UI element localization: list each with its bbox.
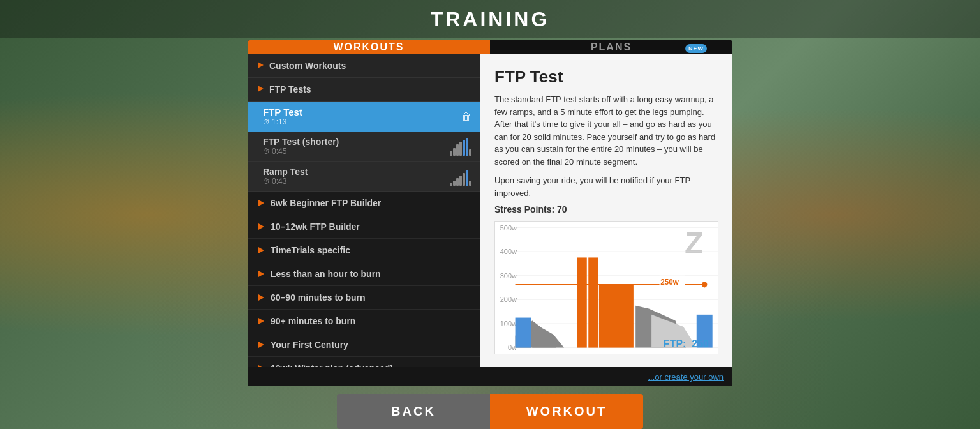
- page-title: TRAINING: [0, 8, 980, 31]
- power-chart: Z 500w 400w 300w 200w 100w 0w: [494, 221, 718, 354]
- back-button[interactable]: BACK: [337, 394, 490, 429]
- svg-rect-20: [516, 318, 531, 348]
- svg-marker-1: [258, 86, 264, 92]
- 90plus-item[interactable]: 90+ minutes to burn: [248, 310, 480, 333]
- svg-rect-23: [588, 257, 598, 347]
- custom-workouts-header[interactable]: Custom Workouts: [248, 54, 480, 78]
- svg-text:250w: 250w: [660, 277, 679, 287]
- workout-button[interactable]: WORKOUT: [490, 394, 643, 429]
- play-icon-century: [256, 340, 265, 349]
- play-icon-60-90: [256, 293, 265, 302]
- ftp-test-shorter-item[interactable]: FTP Test (shorter) ⏱ 0:45: [248, 132, 480, 162]
- play-icon: [256, 61, 264, 71]
- svg-marker-4: [258, 247, 264, 253]
- svg-marker-7: [258, 318, 264, 324]
- 12wk-winter-item[interactable]: 12wk Winter plan (advanced): [248, 357, 480, 367]
- svg-marker-3: [258, 223, 264, 230]
- svg-marker-8: [258, 342, 264, 348]
- right-panel: FTP Test The standard FTP test starts of…: [480, 54, 732, 367]
- play-icon-90plus: [256, 317, 265, 326]
- less-than-hour-item[interactable]: Less than an hour to burn: [248, 262, 480, 286]
- your-first-century-item[interactable]: Your First Century: [248, 333, 480, 357]
- clock-icon-2: ⏱: [263, 147, 270, 155]
- svg-marker-6: [258, 294, 264, 301]
- timetrials-item[interactable]: TimeTrials specific: [248, 239, 480, 262]
- workout-title: FTP Test: [494, 67, 718, 87]
- create-link[interactable]: ...or create your own: [648, 372, 724, 382]
- svg-marker-0: [258, 62, 264, 68]
- tab-bar: WORKOUTS PLANS NEW: [248, 40, 732, 54]
- action-buttons: BACK WORKOUT: [337, 394, 643, 429]
- new-badge: NEW: [685, 44, 707, 53]
- workout-note: Upon saving your ride, you will be notif…: [494, 174, 718, 199]
- play-icon-ftp: [256, 84, 264, 94]
- svg-point-30: [702, 282, 707, 287]
- ftp-tests-header[interactable]: FTP Tests: [248, 78, 480, 102]
- svg-rect-22: [577, 257, 587, 347]
- tab-workouts[interactable]: WORKOUTS: [248, 40, 490, 54]
- chart-svg: 250w: [495, 222, 718, 354]
- ftp-indicator: FTP: 250: [664, 338, 709, 350]
- clock-icon-3: ⏱: [263, 177, 270, 185]
- bottom-bar: ...or create your own: [248, 367, 732, 386]
- svg-marker-5: [258, 271, 264, 277]
- stress-points: Stress Points: 70: [494, 204, 718, 214]
- svg-marker-2: [258, 200, 264, 206]
- play-icon-lth: [256, 269, 265, 278]
- ftp-test-selected-item[interactable]: FTP Test ⏱ 1:13 🗑: [248, 102, 480, 132]
- 6wk-beginner-item[interactable]: 6wk Beginner FTP Builder: [248, 192, 480, 215]
- content-area: Custom Workouts FTP Tests FTP Test ⏱: [248, 54, 732, 367]
- left-panel: Custom Workouts FTP Tests FTP Test ⏱: [248, 54, 480, 367]
- 10-12wk-item[interactable]: 10–12wk FTP Builder: [248, 215, 480, 239]
- main-modal: WORKOUTS PLANS NEW Custom Workouts: [248, 40, 732, 386]
- svg-rect-24: [599, 285, 634, 348]
- title-bar: TRAINING: [0, 0, 980, 38]
- tab-plans[interactable]: PLANS NEW: [490, 40, 732, 54]
- svg-marker-21: [532, 328, 564, 347]
- mini-chart-1: [450, 137, 471, 156]
- ramp-test-item[interactable]: Ramp Test ⏱ 0:43: [248, 162, 480, 192]
- 60-90-item[interactable]: 60–90 minutes to burn: [248, 286, 480, 310]
- play-icon-10wk: [256, 222, 265, 231]
- clock-icon: ⏱: [263, 118, 270, 126]
- play-icon-tt: [256, 246, 265, 255]
- workout-description: The standard FTP test starts off with a …: [494, 93, 718, 168]
- play-icon-6wk: [256, 199, 265, 207]
- mini-chart-2: [450, 167, 471, 186]
- trash-icon[interactable]: 🗑: [461, 111, 471, 123]
